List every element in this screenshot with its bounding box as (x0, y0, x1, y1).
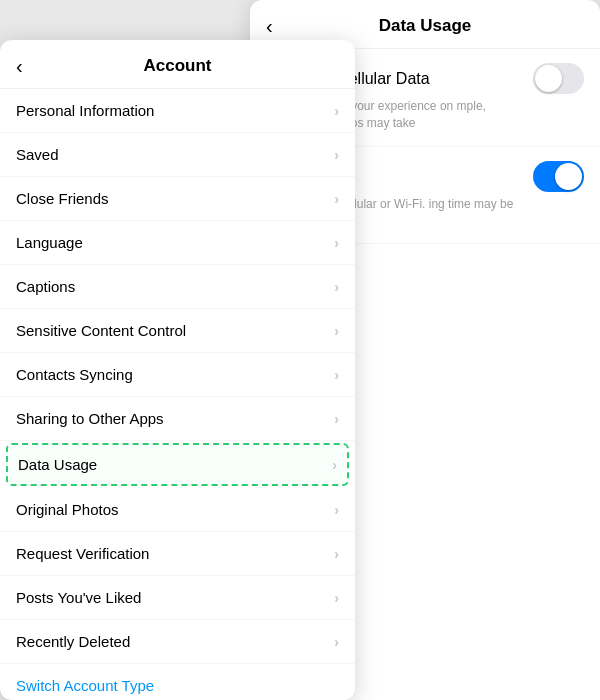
chevron-right-icon: › (334, 191, 339, 207)
menu-item-language[interactable]: Language› (0, 221, 355, 265)
chevron-right-icon: › (334, 147, 339, 163)
chevron-right-icon: › (334, 411, 339, 427)
chevron-right-icon: › (334, 367, 339, 383)
menu-item-request-verification[interactable]: Request Verification› (0, 532, 355, 576)
chevron-right-icon: › (334, 634, 339, 650)
chevron-right-icon: › (334, 279, 339, 295)
menu-item-sensitive-content-control[interactable]: Sensitive Content Control› (0, 309, 355, 353)
menu-item-label: Captions (16, 278, 75, 295)
cellular-data-toggle[interactable] (533, 63, 584, 94)
chevron-right-icon: › (334, 546, 339, 562)
menu-item-label: Language (16, 234, 83, 251)
menu-item-label: Close Friends (16, 190, 109, 207)
menu-item-posts-youve-liked[interactable]: Posts You've Liked› (0, 576, 355, 620)
menu-item-data-usage[interactable]: Data Usage› (6, 443, 349, 486)
menu-item-close-friends[interactable]: Close Friends› (0, 177, 355, 221)
chevron-right-icon: › (334, 235, 339, 251)
menu-item-label: Sharing to Other Apps (16, 410, 164, 427)
uploads-toggle[interactable] (533, 161, 584, 192)
data-usage-back-button[interactable]: ‹ (266, 15, 273, 38)
menu-item-sharing-to-other-apps[interactable]: Sharing to Other Apps› (0, 397, 355, 441)
account-back-button[interactable]: ‹ (16, 55, 23, 78)
menu-item-label: Recently Deleted (16, 633, 130, 650)
chevron-right-icon: › (334, 590, 339, 606)
menu-item-personal-information[interactable]: Personal Information› (0, 89, 355, 133)
menu-item-recently-deleted[interactable]: Recently Deleted› (0, 620, 355, 664)
menu-item-label: Switch Account Type (16, 677, 154, 694)
chevron-right-icon: › (334, 502, 339, 518)
menu-item-label: Contacts Syncing (16, 366, 133, 383)
menu-item-label: Request Verification (16, 545, 149, 562)
chevron-right-icon: › (334, 323, 339, 339)
menu-item-saved[interactable]: Saved› (0, 133, 355, 177)
account-header: ‹ Account (0, 40, 355, 89)
data-usage-title: Data Usage (266, 16, 584, 36)
account-panel: ‹ Account Personal Information›Saved›Clo… (0, 40, 355, 700)
menu-item-captions[interactable]: Captions› (0, 265, 355, 309)
menu-item-switch-account-type[interactable]: Switch Account Type (0, 664, 355, 694)
menu-item-contacts-syncing[interactable]: Contacts Syncing› (0, 353, 355, 397)
menu-item-original-photos[interactable]: Original Photos› (0, 488, 355, 532)
menu-item-label: Posts You've Liked (16, 589, 141, 606)
chevron-right-icon: › (334, 103, 339, 119)
menu-item-label: Sensitive Content Control (16, 322, 186, 339)
menu-item-label: Saved (16, 146, 59, 163)
chevron-right-icon: › (332, 457, 337, 473)
account-title: Account (16, 56, 339, 76)
account-menu-list: Personal Information›Saved›Close Friends… (0, 89, 355, 694)
menu-item-label: Personal Information (16, 102, 154, 119)
menu-item-label: Original Photos (16, 501, 119, 518)
menu-item-label: Data Usage (18, 456, 97, 473)
